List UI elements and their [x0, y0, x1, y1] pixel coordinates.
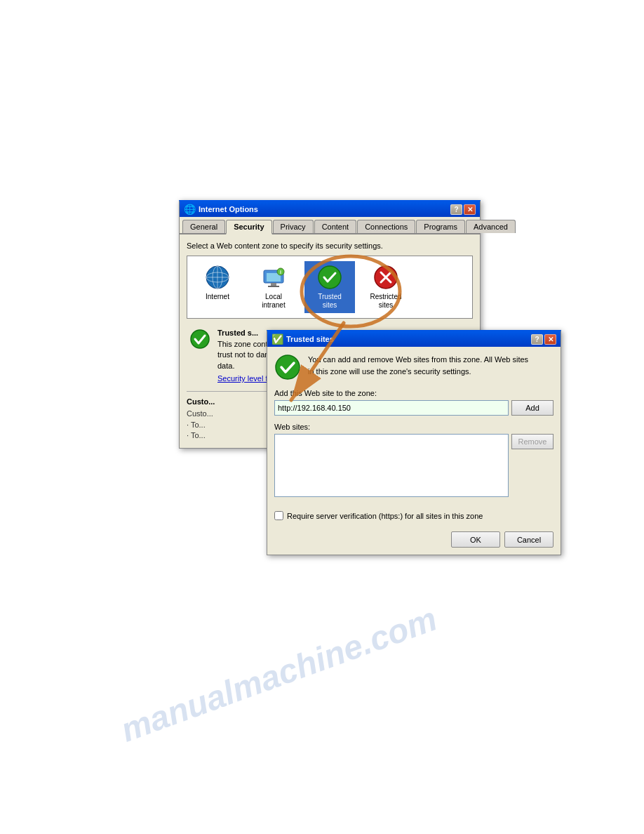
watermark: manualmachine.com [116, 599, 442, 749]
ts-websites-section: Remove [274, 434, 554, 504]
ts-url-input[interactable] [274, 400, 509, 416]
trusted-zone-icon [189, 329, 210, 383]
internet-options-title: Internet Options [199, 205, 258, 213]
intranet-icon: i [261, 265, 286, 290]
tab-connections[interactable]: Connections [357, 220, 415, 233]
title-bar-left: 🌐 Internet Options [184, 204, 258, 215]
svg-point-16 [276, 355, 300, 379]
tab-general[interactable]: General [182, 220, 225, 233]
ts-title-bar-buttons: ? ✕ [531, 334, 556, 345]
ie-icon: 🌐 [184, 204, 196, 215]
title-bar-buttons: ? ✕ [450, 204, 476, 215]
svg-point-11 [318, 266, 341, 289]
ts-checkbox-label: Require server verification (https:) for… [287, 512, 483, 520]
ts-dialog-buttons: OK Cancel [274, 531, 554, 548]
zone-grid: Internet i Local intranet [187, 256, 473, 319]
internet-icon [205, 265, 230, 290]
internet-label: Internet [206, 293, 229, 301]
ts-checkbox-row: Require server verification (https:) for… [274, 511, 554, 520]
ts-title-bar-left: ✅ Trusted sites [271, 333, 334, 345]
svg-rect-7 [271, 283, 276, 286]
ts-header: You can add and remove Web sites from th… [274, 354, 554, 380]
ts-icon: ✅ [271, 333, 283, 345]
tab-security[interactable]: Security [226, 220, 271, 234]
restricted-icon [373, 265, 398, 290]
tab-advanced[interactable]: Advanced [466, 220, 516, 233]
zone-instruction: Select a Web content zone to specify its… [187, 241, 473, 250]
ts-add-button[interactable]: Add [511, 400, 554, 416]
ts-remove-section: Remove [511, 434, 554, 504]
svg-rect-8 [268, 286, 279, 287]
trusted-icon [317, 265, 342, 290]
help-button[interactable]: ? [450, 204, 462, 215]
restricted-label: Restricted sites [367, 293, 405, 310]
ts-description: You can add and remove Web sites from th… [308, 354, 528, 377]
tab-programs[interactable]: Programs [416, 220, 465, 233]
tab-bar: General Security Privacy Content Connect… [180, 217, 480, 234]
trusted-sites-content: You can add and remove Web sites from th… [267, 347, 561, 555]
svg-point-15 [191, 330, 209, 348]
ts-cancel-button[interactable]: Cancel [504, 531, 554, 548]
trusted-label: Trusted sites [311, 293, 349, 310]
ts-ok-button[interactable]: OK [451, 531, 500, 548]
ts-websites-label: Web sites: [274, 423, 554, 431]
ts-header-icon [274, 354, 301, 380]
ts-add-label: Add this Web site to the zone: [274, 389, 554, 397]
trusted-sites-dialog[interactable]: ✅ Trusted sites ? ✕ You can add and remo… [267, 330, 561, 555]
ts-input-row: Add [274, 400, 554, 416]
zone-internet[interactable]: Internet [193, 262, 242, 312]
ts-help-button[interactable]: ? [531, 334, 543, 345]
tab-privacy[interactable]: Privacy [273, 220, 314, 233]
trusted-sites-title-bar: ✅ Trusted sites ? ✕ [267, 331, 561, 347]
ts-websites-list[interactable] [274, 434, 509, 497]
tab-content[interactable]: Content [314, 220, 357, 233]
zone-local-intranet[interactable]: i Local intranet [249, 262, 298, 312]
internet-options-title-bar: 🌐 Internet Options ? ✕ [180, 201, 480, 217]
zone-restricted[interactable]: Restricted sites [361, 262, 410, 312]
intranet-label: Local intranet [255, 293, 293, 310]
close-button[interactable]: ✕ [464, 204, 476, 215]
ts-close-button[interactable]: ✕ [544, 334, 556, 345]
ts-remove-button[interactable]: Remove [511, 434, 554, 449]
zone-trusted-sites[interactable]: Trusted sites [305, 262, 354, 312]
ts-https-checkbox[interactable] [274, 511, 283, 520]
svg-text:i: i [280, 270, 281, 274]
trusted-sites-title: Trusted sites [286, 335, 334, 343]
